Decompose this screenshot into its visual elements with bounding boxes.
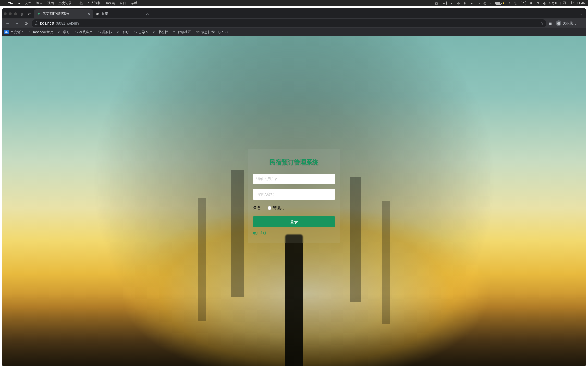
vue-favicon-icon: V: [37, 12, 41, 16]
bookmarks-bar: 译 百度翻译 🗀macbook常用 🗀学习 🗀在线应用 🗀黑科技 🗀临时 🗀已导…: [2, 28, 586, 36]
tray-control-center-icon[interactable]: ⚙︎: [536, 1, 540, 5]
bookmark-label: 黑科技: [102, 30, 112, 34]
window-close-button[interactable]: [4, 12, 7, 15]
bookmark-item[interactable]: 译 百度翻译: [4, 30, 23, 34]
tray-airdrop-icon[interactable]: ◎: [483, 1, 486, 5]
menu-bookmarks[interactable]: 书签: [76, 1, 83, 5]
folder-icon: 🗀: [133, 30, 137, 34]
menubar-app-name[interactable]: Chrome: [8, 1, 20, 5]
menu-help[interactable]: 帮助: [131, 1, 138, 5]
tray-battery-icon[interactable]: ⚡: [495, 2, 505, 5]
menu-window[interactable]: 窗口: [120, 1, 126, 5]
chrome-window: ◍ ▭ V 民宿预订管理系统 ✕ ◉ 首页 ✕ + ⌄ ← → ⟳ ⓘ loca…: [2, 8, 586, 366]
new-tab-button[interactable]: +: [153, 10, 161, 18]
bookmark-label: 已导入: [138, 30, 148, 34]
role-admin-label: 管理员: [273, 206, 284, 210]
bookmark-label: 信息技术中心 / 5G...: [201, 30, 231, 34]
translate-badge-icon: 译: [4, 30, 9, 34]
folder-icon: 🗀: [74, 30, 78, 34]
tab-close-button[interactable]: ✕: [87, 12, 90, 16]
bookmark-folder[interactable]: 🗀黑科技: [97, 30, 112, 34]
tab-strip: ◍ ▭ V 民宿预订管理系统 ✕ ◉ 首页 ✕ + ⌄: [2, 8, 586, 18]
tray-siri-icon[interactable]: ◐: [543, 1, 546, 5]
login-submit-button[interactable]: 登录: [253, 216, 335, 227]
chrome-menu-button[interactable]: ⋮: [580, 21, 584, 26]
username-input[interactable]: [253, 174, 335, 184]
incognito-label: 无痕模式: [563, 21, 576, 26]
tab-active[interactable]: V 民宿预订管理系统 ✕: [34, 9, 93, 18]
tray-screen-mirror-icon[interactable]: ▭: [477, 1, 480, 5]
window-controls: [4, 12, 17, 15]
folder-icon: 🗀: [28, 30, 32, 34]
bookmark-label: 在线应用: [79, 30, 93, 34]
address-port: :8081: [56, 21, 65, 25]
tab-inactive[interactable]: ◉ 首页 ✕: [93, 9, 152, 18]
nav-forward-button[interactable]: →: [13, 20, 20, 27]
bookmark-folder[interactable]: 🗀书签栏: [153, 30, 168, 34]
tray-wifi-icon[interactable]: ⌔: [508, 1, 510, 5]
address-bar[interactable]: ⓘ localhost:8081/#/login ☆: [32, 19, 546, 27]
side-panel-icon[interactable]: ▣: [548, 21, 552, 26]
bookmark-folder[interactable]: 🗀在线应用: [74, 30, 93, 34]
bookmark-folder[interactable]: 🗀macbook常用: [28, 30, 53, 34]
menu-tab[interactable]: Tab 键: [105, 1, 115, 5]
background-tree-trunk: [285, 234, 303, 366]
menu-file[interactable]: 文件: [25, 1, 31, 5]
browser-toolbar: ← → ⟳ ⓘ localhost:8081/#/login ☆ ▣ ⬤ 无痕模…: [2, 18, 586, 28]
login-panel: 民宿预订管理系统 角色 管理员 登录 用户注册: [248, 149, 340, 243]
tray-app-icon-4[interactable]: ⊖: [457, 1, 460, 5]
bookmark-star-icon[interactable]: ☆: [540, 21, 543, 25]
tab-close-button[interactable]: ✕: [146, 12, 149, 16]
menu-history[interactable]: 历史记录: [58, 1, 72, 5]
tab-title: 首页: [102, 12, 108, 16]
address-path: /#/login: [67, 21, 79, 25]
tray-app-icon-6[interactable]: ☁︎: [470, 1, 473, 5]
site-info-icon[interactable]: ⓘ: [35, 21, 38, 26]
tray-app-icon-1[interactable]: ◻︎: [435, 1, 438, 5]
menubar-clock[interactable]: 5月10日 周二 上午11:46: [549, 1, 585, 5]
tray-bluetooth-icon[interactable]: ᚼ: [490, 1, 492, 5]
bookmark-label: 百度翻译: [10, 30, 23, 34]
tray-spotlight-icon[interactable]: 🔍︎: [530, 1, 533, 5]
bookmark-label: 临时: [122, 30, 129, 34]
bookmark-label: 智慧社区: [178, 30, 191, 34]
bookmark-folder[interactable]: 🗀学习: [58, 30, 70, 34]
tab-search-icon[interactable]: ▭: [27, 11, 32, 16]
bookmark-folder[interactable]: 🗀已导入: [133, 30, 148, 34]
role-row: 角色 管理员: [253, 206, 335, 210]
role-admin-radio[interactable]: 管理员: [268, 206, 284, 210]
register-link[interactable]: 用户注册: [253, 231, 335, 235]
window-minimize-button[interactable]: [9, 12, 12, 15]
bookmark-folder[interactable]: 🗀智慧社区: [173, 30, 191, 34]
tray-app-icon-5[interactable]: ⊘: [463, 1, 466, 5]
menu-profile[interactable]: 个人资料: [88, 1, 101, 5]
page-viewport: 民宿预订管理系统 角色 管理员 登录 用户注册: [2, 36, 586, 366]
window-zoom-button[interactable]: [14, 12, 17, 15]
address-host: localhost: [40, 21, 54, 25]
password-input[interactable]: [253, 189, 335, 200]
tray-app-icon-7[interactable]: S: [521, 1, 526, 5]
bookmark-folder[interactable]: 🗀临时: [117, 30, 129, 34]
folder-icon: 🗀: [153, 30, 156, 34]
tray-input-source-icon[interactable]: ㊥: [514, 1, 517, 5]
incognito-icon: ◍: [19, 11, 24, 16]
menu-view[interactable]: 视图: [47, 1, 54, 5]
folder-icon: 🗀: [173, 30, 176, 34]
link-icon: ➿: [195, 30, 200, 34]
nav-reload-button[interactable]: ⟳: [22, 20, 30, 27]
tray-app-icon-3[interactable]: ▲: [450, 1, 454, 5]
incognito-indicator[interactable]: ⬤ 无痕模式: [556, 20, 576, 26]
nav-back-button[interactable]: ←: [4, 20, 11, 27]
folder-icon: 🗀: [58, 30, 62, 34]
radio-icon: [268, 206, 271, 210]
role-label: 角色: [253, 206, 261, 210]
incognito-mask-icon: ⬤: [556, 20, 561, 26]
bookmark-link[interactable]: ➿信息技术中心 / 5G...: [195, 30, 231, 34]
tray-app-icon-2[interactable]: W: [442, 1, 447, 5]
menu-edit[interactable]: 编辑: [36, 1, 43, 5]
folder-icon: 🗀: [117, 30, 120, 34]
tab-title: 民宿预订管理系统: [43, 12, 69, 16]
globe-favicon-icon: ◉: [95, 12, 100, 16]
tabs-dropdown-button[interactable]: ⌄: [580, 12, 584, 16]
login-title: 民宿预订管理系统: [253, 158, 335, 166]
